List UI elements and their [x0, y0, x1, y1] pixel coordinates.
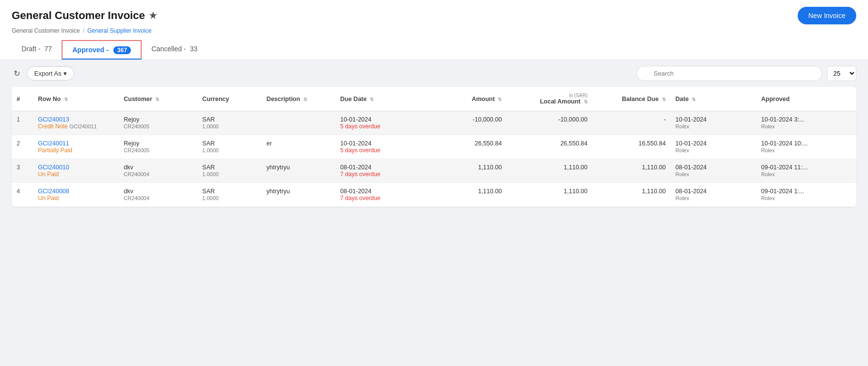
cell-date-1: 10-01-2024 Rolex: [671, 135, 756, 159]
cell-approved-2: 09-01-2024 11:... Rolex: [756, 159, 856, 183]
cell-balance-2: 1,110.00: [593, 159, 671, 183]
tab-cancelled-label: Cancelled - 33: [151, 45, 197, 53]
cell-duedate-1: 10-01-2024 5 days overdue: [336, 135, 428, 159]
header-top: General Customer Invoice ★ New Invoice: [12, 7, 856, 24]
cell-rownum-2: 3: [12, 159, 33, 183]
main-content: # Row No ⇅ Customer ⇅ Currency Descripti…: [0, 87, 868, 219]
cell-customer-3: dkv CR240004: [119, 183, 197, 207]
cell-date-3: 08-01-2024 Rolex: [671, 183, 756, 207]
breadcrumb-separator: /: [83, 27, 84, 34]
export-label: Export As: [34, 70, 62, 77]
cell-date-0: 10-01-2024 Rolex: [671, 111, 756, 135]
breadcrumb-current: General Customer Invoice: [12, 27, 80, 34]
cell-invoiceid-1[interactable]: GCI240011 Partially Paid: [33, 135, 119, 159]
table-row[interactable]: 4 GCI240008 Un Paid dkv CR240004 SAR 1.0…: [12, 183, 856, 207]
col-header-customer[interactable]: Customer ⇅: [119, 87, 197, 111]
cell-localamount-0: -10,000.00: [507, 111, 592, 135]
cell-approved-1: 10-01-2024 10:... Rolex: [756, 135, 856, 159]
cell-invoiceid-2[interactable]: GCI240010 Un Paid: [33, 159, 119, 183]
title-text: General Customer Invoice: [12, 9, 145, 22]
cell-invoiceid-3[interactable]: GCI240008 Un Paid: [33, 183, 119, 207]
cell-currency-0: SAR 1.0000: [197, 111, 262, 135]
cell-balance-0: -: [593, 111, 671, 135]
cell-duedate-3: 08-01-2024 7 days overdue: [336, 183, 428, 207]
tab-cancelled[interactable]: Cancelled - 33: [142, 40, 207, 60]
col-header-duedate[interactable]: Due Date ⇅: [336, 87, 428, 111]
cell-invoiceid-0[interactable]: GCI240013 Credit Note GCI240011: [33, 111, 119, 135]
table-row[interactable]: 3 GCI240010 Un Paid dkv CR240004 SAR 1.0…: [12, 159, 856, 183]
cell-rownum-1: 2: [12, 135, 33, 159]
export-chevron-icon: ▾: [64, 70, 67, 77]
cell-desc-0: [262, 111, 336, 135]
cell-rownum-0: 1: [12, 111, 33, 135]
cell-amount-2: 1,110.00: [428, 159, 507, 183]
col-header-approved: Approved: [756, 87, 856, 111]
table-body: 1 GCI240013 Credit Note GCI240011 Rejoy …: [12, 111, 856, 207]
cell-amount-1: 26,550.84: [428, 135, 507, 159]
search-wrapper: 🔍: [636, 66, 822, 81]
cell-customer-2: dkv CR240004: [119, 159, 197, 183]
cell-approved-0: 10-01-2024 3:... Rolex: [756, 111, 856, 135]
tabs-container: Draft - 77 Approved - 367 Cancelled - 33: [12, 40, 856, 60]
search-input[interactable]: [636, 66, 822, 81]
col-header-date[interactable]: Date ⇅: [671, 87, 756, 111]
cell-desc-2: yhtrytryu: [262, 159, 336, 183]
cell-balance-1: 16,550.84: [593, 135, 671, 159]
cell-desc-3: yhtrytryu: [262, 183, 336, 207]
col-header-localamount[interactable]: in (SAR) Local Amount ⇅: [507, 87, 592, 111]
tab-approved-badge: 367: [113, 46, 131, 54]
breadcrumb: General Customer Invoice / General Suppl…: [12, 27, 856, 34]
toolbar-right: 🔍 25 50 100: [636, 66, 856, 81]
cell-currency-3: SAR 1.0000: [197, 183, 262, 207]
col-header-rowno[interactable]: Row No ⇅: [33, 87, 119, 111]
table-header: # Row No ⇅ Customer ⇅ Currency Descripti…: [12, 87, 856, 111]
cell-date-2: 08-01-2024 Rolex: [671, 159, 756, 183]
cell-rownum-3: 4: [12, 183, 33, 207]
cell-currency-1: SAR 1.0000: [197, 135, 262, 159]
cell-localamount-3: 1,110.00: [507, 183, 592, 207]
cell-currency-2: SAR 1.0000: [197, 159, 262, 183]
cell-amount-3: 1,110.00: [428, 183, 507, 207]
cell-customer-1: Rejoy CR240005: [119, 135, 197, 159]
tab-draft-label: Draft - 77: [21, 45, 52, 53]
table-row[interactable]: 1 GCI240013 Credit Note GCI240011 Rejoy …: [12, 111, 856, 135]
cell-duedate-0: 10-01-2024 5 days overdue: [336, 111, 428, 135]
tab-approved[interactable]: Approved - 367: [62, 40, 142, 60]
cell-desc-1: er: [262, 135, 336, 159]
invoices-table: # Row No ⇅ Customer ⇅ Currency Descripti…: [12, 87, 856, 207]
cell-localamount-2: 1,110.00: [507, 159, 592, 183]
breadcrumb-link[interactable]: General Supplier Invoice: [87, 27, 151, 34]
cell-duedate-2: 08-01-2024 7 days overdue: [336, 159, 428, 183]
col-header-hash: #: [12, 87, 33, 111]
star-icon[interactable]: ★: [149, 10, 157, 21]
col-header-currency: Currency: [197, 87, 262, 111]
toolbar: ↻ Export As ▾ 🔍 25 50 100: [0, 60, 868, 87]
cell-localamount-1: 26,550.84: [507, 135, 592, 159]
page-title: General Customer Invoice ★: [12, 9, 157, 22]
toolbar-left: ↻ Export As ▾: [12, 66, 74, 81]
tab-approved-label: Approved -: [72, 46, 108, 54]
col-header-amount[interactable]: Amount ⇅: [428, 87, 507, 111]
table-row[interactable]: 2 GCI240011 Partially Paid Rejoy CR24000…: [12, 135, 856, 159]
new-invoice-button[interactable]: New Invoice: [798, 7, 856, 24]
cell-amount-0: -10,000.00: [428, 111, 507, 135]
col-header-description[interactable]: Description ⇅: [262, 87, 336, 111]
tab-draft[interactable]: Draft - 77: [12, 40, 62, 60]
page-header: General Customer Invoice ★ New Invoice G…: [0, 0, 868, 60]
col-header-balance[interactable]: Balance Due ⇅: [593, 87, 671, 111]
per-page-select[interactable]: 25 50 100: [827, 66, 856, 81]
cell-approved-3: 09-01-2024 1:... Rolex: [756, 183, 856, 207]
cell-customer-0: Rejoy CR240005: [119, 111, 197, 135]
refresh-button[interactable]: ↻: [12, 67, 22, 80]
export-button[interactable]: Export As ▾: [27, 66, 74, 81]
cell-balance-3: 1,110.00: [593, 183, 671, 207]
